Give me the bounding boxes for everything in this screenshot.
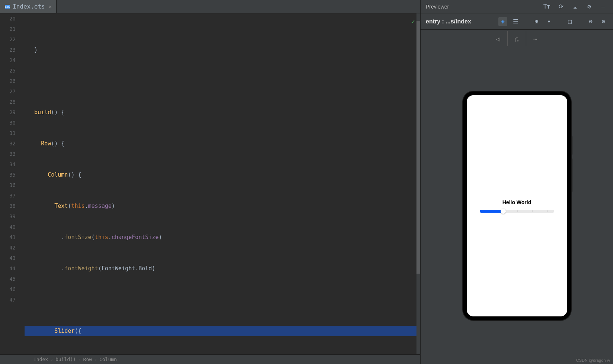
rotate-button[interactable]: ⎌ xyxy=(508,31,526,46)
watermark: CSDN @dragon-w xyxy=(576,358,610,363)
app-slider[interactable] xyxy=(480,210,554,213)
gear-icon[interactable]: ⚙ xyxy=(585,2,594,11)
previewer-panel: Previewer Tᴛ ⟳ ☁ ⚙ — entry : ...s/Index … xyxy=(420,0,613,364)
breadcrumb-item[interactable]: Index xyxy=(33,357,48,362)
previewer-title: Previewer xyxy=(426,4,449,10)
font-size-icon[interactable]: Tᴛ xyxy=(542,2,551,11)
fold-gutter[interactable] xyxy=(19,13,25,354)
breadcrumb[interactable]: Index › build() › Row › Column xyxy=(0,354,420,364)
device-side-button xyxy=(571,158,572,192)
breadcrumb-item[interactable]: Row xyxy=(83,357,92,362)
slider-step-dot xyxy=(547,210,548,212)
back-button[interactable]: ◁ xyxy=(489,31,508,46)
ets-file-icon: ETS xyxy=(4,4,10,10)
slider-step-dot xyxy=(532,210,533,212)
vertical-scrollbar[interactable] xyxy=(416,13,420,354)
editor-panel: ETS Index.ets × 202122232425262728293031… xyxy=(0,0,420,364)
check-icon[interactable]: ✓ xyxy=(411,16,415,27)
editor-body[interactable]: 2021222324252627282930313233343536373839… xyxy=(0,13,420,354)
svg-text:ETS: ETS xyxy=(5,6,10,9)
grid-icon[interactable]: ⊞ xyxy=(532,17,541,26)
device-side-button xyxy=(571,136,572,155)
app-hello-text: Hello World xyxy=(502,199,531,205)
breadcrumb-item[interactable]: build() xyxy=(55,357,76,362)
layers-icon[interactable]: ☰ xyxy=(511,17,520,26)
slider-thumb[interactable] xyxy=(501,209,506,214)
scrollbar-thumb[interactable] xyxy=(416,21,420,274)
previewer-nav: ◁ ⎌ ⋯ xyxy=(421,30,613,48)
chevron-right-icon: › xyxy=(50,357,53,362)
zoom-in-icon[interactable]: ⊕ xyxy=(599,17,608,26)
code-area[interactable]: ✓ } build() { Row() { Column() { Text(th… xyxy=(25,13,420,354)
minimize-icon[interactable]: — xyxy=(599,2,608,11)
device-frame: Hello World xyxy=(463,91,571,320)
inspect-icon[interactable]: ◈ xyxy=(498,17,507,26)
crop-icon[interactable]: ⬚ xyxy=(565,17,574,26)
chevron-right-icon: › xyxy=(78,357,81,362)
cloud-icon[interactable]: ☁ xyxy=(571,2,580,11)
previewer-header: Previewer Tᴛ ⟳ ☁ ⚙ — xyxy=(421,0,613,13)
device-screen[interactable]: Hello World xyxy=(467,95,567,316)
chevron-right-icon: › xyxy=(94,357,97,362)
chevron-down-icon[interactable]: ▾ xyxy=(545,17,553,26)
entry-label: entry : ...s/Index xyxy=(426,18,471,25)
breadcrumb-item[interactable]: Column xyxy=(99,357,117,362)
device-preview-area: Hello World xyxy=(421,48,613,364)
refresh-icon[interactable]: ⟳ xyxy=(556,2,565,11)
file-tab[interactable]: ETS Index.ets × xyxy=(0,0,57,13)
close-tab-icon[interactable]: × xyxy=(49,4,52,10)
zoom-out-icon[interactable]: ⊖ xyxy=(586,17,595,26)
tab-filename: Index.ets xyxy=(13,3,45,10)
slider-fill xyxy=(480,210,502,213)
slider-step-dot xyxy=(517,210,518,212)
previewer-toolbar: entry : ...s/Index ◈ ☰ ⊞ ▾ ⬚ ⊖ ⊕ xyxy=(421,13,613,30)
more-button[interactable]: ⋯ xyxy=(526,31,545,46)
line-gutter: 2021222324252627282930313233343536373839… xyxy=(0,13,19,354)
tab-bar: ETS Index.ets × xyxy=(0,0,420,13)
